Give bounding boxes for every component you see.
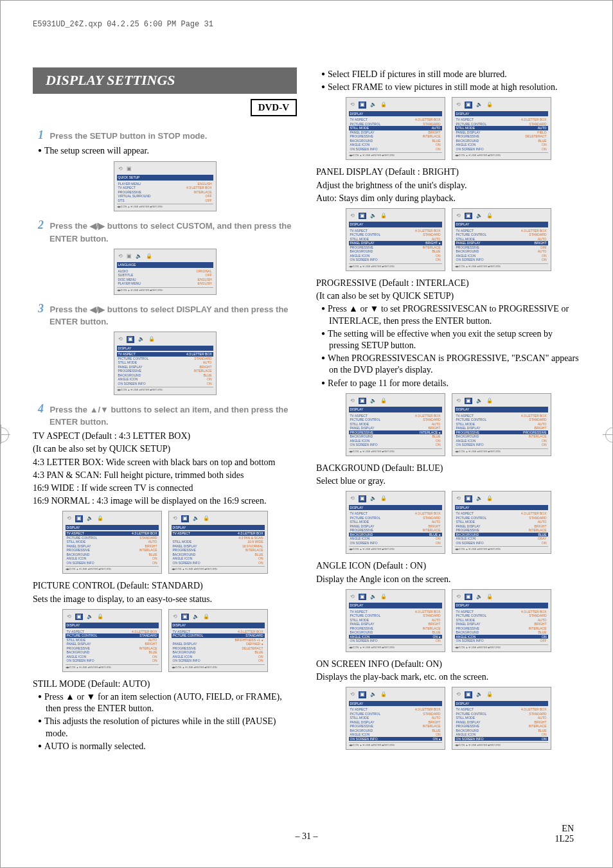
bullet-text: The setup screen will appear. [44,146,149,155]
bg-sub: Select blue or gray. [316,475,580,487]
step-number: 3 [38,302,44,315]
step-number: 2 [38,218,44,231]
tv-aspect-l3: 16:9 WIDE : If wide screen TV is connect… [33,483,297,494]
step-number: 4 [38,402,44,415]
bullet-text: Select FIELD if pictures in still mode a… [328,69,507,79]
still-head: STILL MODE (Default: AUTO) [33,678,297,690]
bullet-text: AUTO is normally selected. [44,741,146,751]
mini-screen: ⟲▣🔈🔒 DISPLAY TV ASPECT4:3 LETTER BOX PIC… [62,511,162,574]
bullet: ●Press ▲ or ▼ for an item selection (AUT… [38,691,297,714]
panel-screens: ⟲▣🔈🔒 DISPLAY TV ASPECT4:3 LETTER BOX PIC… [316,208,580,271]
osi-screens: ⟲▣🔈🔒 DISPLAY TV ASPECT4:3 LETTER BOX PIC… [316,687,580,750]
angle-sub: Display the Angle icon on the screen. [316,574,580,585]
pic-ctrl-screens: ⟲▣🔈🔒 DISPLAY TV ASPECT4:3 LETTER BOX PIC… [33,609,297,672]
panel-l2: Auto: Stays dim only during playback. [316,193,580,204]
pic-ctrl-sub: Sets the image to display, to an easy-to… [33,594,297,605]
step-text: Press the ◀/▶ buttons to select CUSTOM, … [49,221,291,243]
bullet: ●This adjusts the resolution of pictures… [38,716,297,739]
page-number: – 31 – [1,831,612,842]
bullet-text: The setting will be effective when you e… [328,329,553,350]
bullet: ●The setup screen will appear. [38,145,297,157]
still-screens: ⟲▣🔈🔒 DISPLAY TV ASPECT4:3 LETTER BOX PIC… [316,97,580,160]
panel-l1: Adjust the brightness of the unit's disp… [316,180,580,191]
step-3: 3 Press the ◀/▶ buttons to select DISPLA… [38,301,297,328]
step-number: 1 [38,128,44,141]
setup-screen-language: ⟲▣🔈🔒 LANGUAGE AUDIOORIGINAL SUBTITLEOFF … [114,249,217,295]
mini-screen: ⟲▣🔈🔒 DISPLAY TV ASPECT4:3 LETTER BOX 4:3… [168,511,268,574]
bullet-text: Select FRAME to view pictures in still m… [328,82,557,92]
bg-head: BACKGROUND (Default: BLUE) [316,463,580,474]
mini-screen: ⟲▣🔈🔒 DISPLAY TV ASPECT4:3 LETTER BOX PIC… [452,208,551,271]
bullet: ●Refer to page 11 for more details. [321,378,580,389]
bullet: ●When PROGRESSIVESCAN is PROGRESSIVE, "P… [321,353,580,376]
osi-sub: Displays the play-back mark, etc. on the… [316,671,580,683]
tv-aspect-sub: (It can be also set by QUICK SETUP) [33,443,297,455]
bullet-text: Press ▲ or ▼ to set PROGRESSIVESCAN to P… [328,304,569,325]
tv-aspect-l4: 16:9 NORMAL : 4:3 image will be displaye… [33,495,297,507]
bullet-text: Refer to page 11 for more details. [328,378,449,388]
step-text: Press the ▲/▼ buttons to select an item,… [49,405,289,427]
mini-screen: ⟲▣🔈🔒 DISPLAY TV ASPECT4:3 LETTER BOX PIC… [346,393,445,456]
mini-header: DISPLAY [117,346,213,351]
mini-screen: ⟲▣🔈🔒 DISPLAY TV ASPECT4:3 LETTER BOX PIC… [346,687,445,750]
bullet: ●AUTO is normally selected. [38,741,297,752]
bullet-text: This adjusts the resolution of pictures … [44,716,276,738]
tv-aspect-screens: ⟲▣🔈🔒 DISPLAY TV ASPECT4:3 LETTER BOX PIC… [33,511,297,574]
mini-screen: ⟲▣🔈🔒 DISPLAY TV ASPECT4:3 LETTER BOX PIC… [346,208,445,271]
mini-screen: ⟲▣🔈🔒 DISPLAY TV ASPECT4:3 LETTER BOX PIC… [168,609,268,672]
mini-header: QUICK SETUP [117,175,213,181]
step-text: Press the ◀/▶ buttons to select DISPLAY … [49,305,289,326]
mini-screen: ⟲▣🔈🔒 DISPLAY TV ASPECT4:3 LETTER BOX PIC… [346,589,445,652]
step-text: Press the SETUP button in STOP mode. [50,131,208,141]
tv-aspect-head: TV ASPECT (Default : 4:3 LETTER BOX) [33,430,297,442]
page: E5931UD_2¢Z.qxp 04.2.25 6:00 PM Page 31 … [0,0,613,868]
setup-screen-display: ⟲▣🔈🔒 DISPLAY TV ASPECT4:3 LETTER BOX PIC… [114,332,217,394]
mini-screen: ⟲▣🔈🔒 DISPLAY TV ASPECT4:3 LETTER BOX PIC… [346,491,445,554]
crop-mark-icon [603,425,613,444]
bullet-text: When PROGRESSIVESCAN is PROGRESSIVE, "P.… [328,353,579,375]
mini-screen: ⟲▣🔈🔒 DISPLAY TV ASPECT4:3 LETTER BOX PIC… [452,687,551,750]
step-2: 2 Press the ◀/▶ buttons to select CUSTOM… [38,218,297,245]
bullet-text: Press ▲ or ▼ for an item selection (AUTO… [44,692,282,713]
mini-screen: ⟲▣🔈🔒 DISPLAY TV ASPECT4:3 LETTER BOX PIC… [452,589,551,652]
tv-aspect-l1: 4:3 LETTER BOX: Wide screen with black b… [33,457,297,468]
bullet: ●Select FIELD if pictures in still mode … [321,69,580,80]
bullet: ●The setting will be effective when you … [321,328,580,351]
section-title: DISPLAY SETTINGS [33,67,297,94]
mini-header: LANGUAGE [117,262,213,268]
mini-screen: ⟲▣🔈🔒 DISPLAY TV ASPECT4:3 LETTER BOX PIC… [62,609,162,672]
mini-screen: ⟲▣🔈🔒 DISPLAY TV ASPECT4:3 LETTER BOX PIC… [452,97,551,160]
footer-lang: EN [562,824,574,833]
prog-head: PROGRESSIVE (Default : INTERLACE) [316,278,580,289]
prog-screens: ⟲▣🔈🔒 DISPLAY TV ASPECT4:3 LETTER BOX PIC… [316,393,580,456]
angle-screens: ⟲▣🔈🔒 DISPLAY TV ASPECT4:3 LETTER BOX PIC… [316,589,580,652]
footer-right: EN 1L25 [555,824,574,844]
left-column: DISPLAY SETTINGS DVD-V 1 Press the SETUP… [33,67,297,756]
mini-screen: ⟲▣🔈🔒 DISPLAY TV ASPECT4:3 LETTER BOX PIC… [452,491,551,554]
bullet: ●Select FRAME to view pictures in still … [321,82,580,93]
two-columns: DISPLAY SETTINGS DVD-V 1 Press the SETUP… [33,67,580,756]
crop-mark-icon [0,425,10,444]
bg-screens: ⟲▣🔈🔒 DISPLAY TV ASPECT4:3 LETTER BOX PIC… [316,491,580,554]
pic-ctrl-head: PICTURE CONTROL (Default: STANDARD) [33,580,297,592]
dvd-badge: DVD-V [251,99,297,117]
step-1: 1 Press the SETUP button in STOP mode. [38,128,297,143]
panel-head: PANEL DISPLAY (Default : BRIGHT) [316,166,580,178]
setup-screen-quick: ⟲▣ QUICK SETUP PLAYER MENUENGLISH TV ASP… [114,161,217,212]
footer-code: 1L25 [555,834,574,844]
angle-head: ANGLE ICON (Default : ON) [316,560,580,572]
file-header: E5931UD_2¢Z.qxp 04.2.25 6:00 PM Page 31 [33,20,580,29]
prog-sub: (It can also be set by QUICK SETUP) [316,290,580,302]
tv-aspect-l2: 4:3 PAN & SCAN: Full height picture, tri… [33,470,297,481]
step-4: 4 Press the ▲/▼ buttons to select an ite… [38,402,297,429]
mini-screen: ⟲▣🔈🔒 DISPLAY TV ASPECT4:3 LETTER BOX PIC… [452,393,551,456]
osi-head: ON SCREEN INFO (Default: ON) [316,659,580,670]
bullet: ●Press ▲ or ▼ to set PROGRESSIVESCAN to … [321,303,580,326]
mini-screen: ⟲▣🔈🔒 DISPLAY TV ASPECT4:3 LETTER BOX PIC… [346,97,445,160]
right-column: ●Select FIELD if pictures in still mode … [316,67,580,756]
